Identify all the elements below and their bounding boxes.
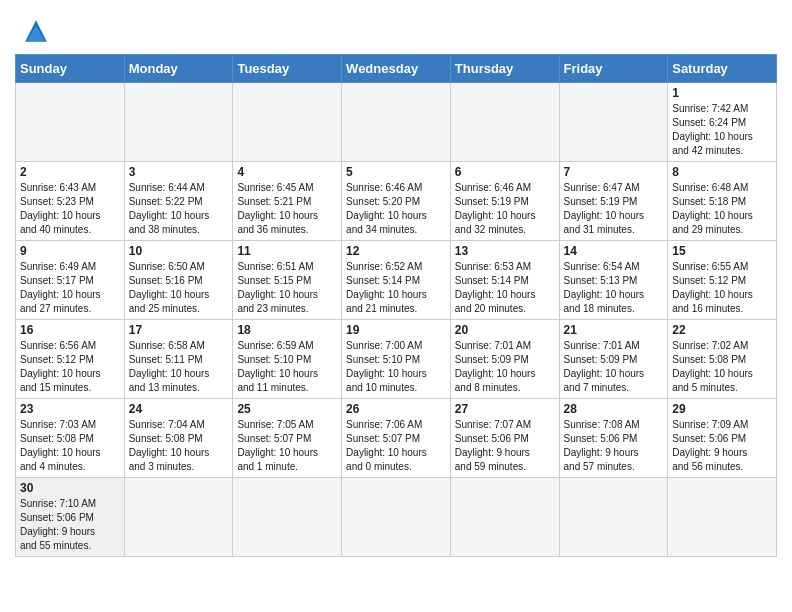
day-number: 15 <box>672 244 772 258</box>
calendar-cell: 24Sunrise: 7:04 AM Sunset: 5:08 PM Dayli… <box>124 399 233 478</box>
day-number: 20 <box>455 323 555 337</box>
calendar-week-row: 30Sunrise: 7:10 AM Sunset: 5:06 PM Dayli… <box>16 478 777 557</box>
day-number: 1 <box>672 86 772 100</box>
weekday-header-row: SundayMondayTuesdayWednesdayThursdayFrid… <box>16 55 777 83</box>
day-info: Sunrise: 7:07 AM Sunset: 5:06 PM Dayligh… <box>455 418 555 474</box>
day-number: 6 <box>455 165 555 179</box>
day-info: Sunrise: 6:48 AM Sunset: 5:18 PM Dayligh… <box>672 181 772 237</box>
calendar-cell <box>16 83 125 162</box>
day-info: Sunrise: 6:44 AM Sunset: 5:22 PM Dayligh… <box>129 181 229 237</box>
day-info: Sunrise: 6:50 AM Sunset: 5:16 PM Dayligh… <box>129 260 229 316</box>
day-info: Sunrise: 6:49 AM Sunset: 5:17 PM Dayligh… <box>20 260 120 316</box>
calendar-cell: 21Sunrise: 7:01 AM Sunset: 5:09 PM Dayli… <box>559 320 668 399</box>
calendar-cell <box>342 478 451 557</box>
day-number: 3 <box>129 165 229 179</box>
calendar-cell: 13Sunrise: 6:53 AM Sunset: 5:14 PM Dayli… <box>450 241 559 320</box>
day-number: 21 <box>564 323 664 337</box>
logo-icon <box>18 16 54 46</box>
day-info: Sunrise: 6:51 AM Sunset: 5:15 PM Dayligh… <box>237 260 337 316</box>
day-info: Sunrise: 6:54 AM Sunset: 5:13 PM Dayligh… <box>564 260 664 316</box>
calendar-cell: 2Sunrise: 6:43 AM Sunset: 5:23 PM Daylig… <box>16 162 125 241</box>
day-info: Sunrise: 7:42 AM Sunset: 6:24 PM Dayligh… <box>672 102 772 158</box>
day-info: Sunrise: 6:56 AM Sunset: 5:12 PM Dayligh… <box>20 339 120 395</box>
day-number: 26 <box>346 402 446 416</box>
calendar-week-row: 16Sunrise: 6:56 AM Sunset: 5:12 PM Dayli… <box>16 320 777 399</box>
calendar-cell: 5Sunrise: 6:46 AM Sunset: 5:20 PM Daylig… <box>342 162 451 241</box>
day-info: Sunrise: 7:06 AM Sunset: 5:07 PM Dayligh… <box>346 418 446 474</box>
day-number: 30 <box>20 481 120 495</box>
calendar-week-row: 23Sunrise: 7:03 AM Sunset: 5:08 PM Dayli… <box>16 399 777 478</box>
calendar-cell <box>342 83 451 162</box>
calendar-cell: 23Sunrise: 7:03 AM Sunset: 5:08 PM Dayli… <box>16 399 125 478</box>
day-info: Sunrise: 7:01 AM Sunset: 5:09 PM Dayligh… <box>564 339 664 395</box>
calendar-cell: 19Sunrise: 7:00 AM Sunset: 5:10 PM Dayli… <box>342 320 451 399</box>
day-info: Sunrise: 7:10 AM Sunset: 5:06 PM Dayligh… <box>20 497 120 553</box>
weekday-header-sunday: Sunday <box>16 55 125 83</box>
day-number: 14 <box>564 244 664 258</box>
day-info: Sunrise: 7:08 AM Sunset: 5:06 PM Dayligh… <box>564 418 664 474</box>
day-number: 17 <box>129 323 229 337</box>
day-number: 13 <box>455 244 555 258</box>
header <box>15 10 777 46</box>
calendar-cell: 29Sunrise: 7:09 AM Sunset: 5:06 PM Dayli… <box>668 399 777 478</box>
day-info: Sunrise: 6:55 AM Sunset: 5:12 PM Dayligh… <box>672 260 772 316</box>
calendar-cell <box>559 83 668 162</box>
day-number: 12 <box>346 244 446 258</box>
calendar-cell: 27Sunrise: 7:07 AM Sunset: 5:06 PM Dayli… <box>450 399 559 478</box>
calendar-cell <box>668 478 777 557</box>
calendar-cell: 10Sunrise: 6:50 AM Sunset: 5:16 PM Dayli… <box>124 241 233 320</box>
calendar-cell: 1Sunrise: 7:42 AM Sunset: 6:24 PM Daylig… <box>668 83 777 162</box>
calendar-cell: 8Sunrise: 6:48 AM Sunset: 5:18 PM Daylig… <box>668 162 777 241</box>
calendar-cell: 4Sunrise: 6:45 AM Sunset: 5:21 PM Daylig… <box>233 162 342 241</box>
day-info: Sunrise: 6:52 AM Sunset: 5:14 PM Dayligh… <box>346 260 446 316</box>
day-info: Sunrise: 7:00 AM Sunset: 5:10 PM Dayligh… <box>346 339 446 395</box>
calendar-cell: 9Sunrise: 6:49 AM Sunset: 5:17 PM Daylig… <box>16 241 125 320</box>
day-info: Sunrise: 7:05 AM Sunset: 5:07 PM Dayligh… <box>237 418 337 474</box>
day-number: 8 <box>672 165 772 179</box>
weekday-header-thursday: Thursday <box>450 55 559 83</box>
day-number: 2 <box>20 165 120 179</box>
weekday-header-friday: Friday <box>559 55 668 83</box>
calendar-cell: 20Sunrise: 7:01 AM Sunset: 5:09 PM Dayli… <box>450 320 559 399</box>
day-number: 11 <box>237 244 337 258</box>
calendar-table: SundayMondayTuesdayWednesdayThursdayFrid… <box>15 54 777 557</box>
day-number: 18 <box>237 323 337 337</box>
logo <box>15 16 54 46</box>
day-number: 5 <box>346 165 446 179</box>
calendar-cell: 22Sunrise: 7:02 AM Sunset: 5:08 PM Dayli… <box>668 320 777 399</box>
calendar-cell: 14Sunrise: 6:54 AM Sunset: 5:13 PM Dayli… <box>559 241 668 320</box>
weekday-header-saturday: Saturday <box>668 55 777 83</box>
calendar-cell: 18Sunrise: 6:59 AM Sunset: 5:10 PM Dayli… <box>233 320 342 399</box>
calendar-cell: 28Sunrise: 7:08 AM Sunset: 5:06 PM Dayli… <box>559 399 668 478</box>
day-number: 28 <box>564 402 664 416</box>
calendar-cell: 15Sunrise: 6:55 AM Sunset: 5:12 PM Dayli… <box>668 241 777 320</box>
calendar-cell <box>450 83 559 162</box>
calendar-cell <box>450 478 559 557</box>
calendar-cell <box>124 83 233 162</box>
day-number: 9 <box>20 244 120 258</box>
calendar-cell: 6Sunrise: 6:46 AM Sunset: 5:19 PM Daylig… <box>450 162 559 241</box>
calendar-week-row: 1Sunrise: 7:42 AM Sunset: 6:24 PM Daylig… <box>16 83 777 162</box>
calendar-cell: 11Sunrise: 6:51 AM Sunset: 5:15 PM Dayli… <box>233 241 342 320</box>
day-info: Sunrise: 6:46 AM Sunset: 5:19 PM Dayligh… <box>455 181 555 237</box>
day-number: 23 <box>20 402 120 416</box>
day-info: Sunrise: 6:58 AM Sunset: 5:11 PM Dayligh… <box>129 339 229 395</box>
day-number: 10 <box>129 244 229 258</box>
calendar-cell <box>233 83 342 162</box>
calendar-cell: 26Sunrise: 7:06 AM Sunset: 5:07 PM Dayli… <box>342 399 451 478</box>
day-number: 22 <box>672 323 772 337</box>
calendar-cell <box>233 478 342 557</box>
day-info: Sunrise: 6:45 AM Sunset: 5:21 PM Dayligh… <box>237 181 337 237</box>
day-number: 16 <box>20 323 120 337</box>
day-info: Sunrise: 6:53 AM Sunset: 5:14 PM Dayligh… <box>455 260 555 316</box>
day-number: 4 <box>237 165 337 179</box>
calendar-cell: 12Sunrise: 6:52 AM Sunset: 5:14 PM Dayli… <box>342 241 451 320</box>
day-info: Sunrise: 7:02 AM Sunset: 5:08 PM Dayligh… <box>672 339 772 395</box>
calendar-week-row: 9Sunrise: 6:49 AM Sunset: 5:17 PM Daylig… <box>16 241 777 320</box>
day-info: Sunrise: 6:46 AM Sunset: 5:20 PM Dayligh… <box>346 181 446 237</box>
day-info: Sunrise: 7:03 AM Sunset: 5:08 PM Dayligh… <box>20 418 120 474</box>
weekday-header-wednesday: Wednesday <box>342 55 451 83</box>
day-number: 27 <box>455 402 555 416</box>
page: SundayMondayTuesdayWednesdayThursdayFrid… <box>0 0 792 572</box>
day-info: Sunrise: 7:09 AM Sunset: 5:06 PM Dayligh… <box>672 418 772 474</box>
